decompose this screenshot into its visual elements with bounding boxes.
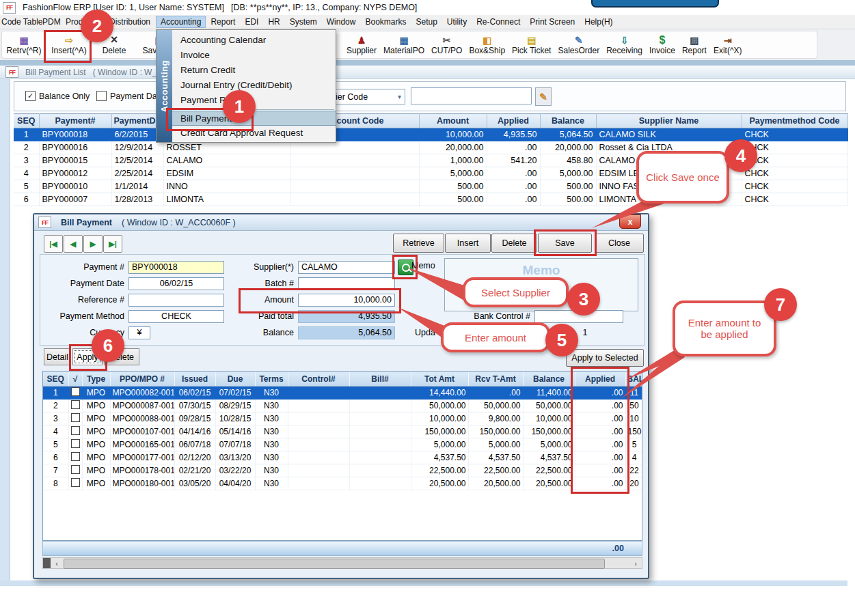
toolbar-button-retrieve[interactable]: Retrv(^R): [5, 32, 43, 58]
toolbar-button-receiving[interactable]: Receiving: [606, 32, 642, 58]
header-balance[interactable]: Balance: [540, 114, 596, 128]
menubar-item-accounting[interactable]: Accounting: [156, 16, 206, 28]
grid-row[interactable]: 6MPOMPO000177-00102/12/2003/13/20N304,53…: [43, 451, 642, 464]
header-applied[interactable]: Applied: [487, 114, 540, 128]
delete-button[interactable]: Delete: [491, 234, 537, 253]
search-button[interactable]: [535, 87, 552, 106]
nav-next-button[interactable]: ▶: [83, 235, 103, 253]
gheader-type[interactable]: Type: [82, 372, 110, 387]
menubar-item-report[interactable]: Report: [206, 16, 240, 28]
gapplied-cell[interactable]: .00: [575, 425, 625, 438]
batch-field[interactable]: [298, 277, 395, 290]
gapplied-cell[interactable]: .00: [575, 387, 625, 400]
row-checkbox[interactable]: [68, 425, 82, 438]
grid-row[interactable]: 7MPOMPO000178-00102/21/2003/22/20N3022,5…: [43, 464, 642, 477]
nav-prev-button[interactable]: ◀: [64, 235, 83, 253]
row-checkbox[interactable]: [68, 438, 82, 451]
payment-date-checkbox[interactable]: Payment Date: [96, 91, 164, 101]
header-supplier-name[interactable]: Supplier Name: [596, 114, 742, 128]
menu-item-accounting-calendar[interactable]: Accounting Calendar: [172, 33, 336, 48]
gheader-issued[interactable]: Issued: [174, 372, 215, 387]
toolbar-button-boxship[interactable]: Box&Ship: [469, 32, 505, 58]
table-row[interactable]: 1BPY0000186/2/201510,000.004,935.505,064…: [14, 128, 847, 141]
menubar-item-reconnect[interactable]: Re-Connect: [472, 16, 525, 28]
currency-field[interactable]: ¥: [128, 326, 150, 339]
scroll-right-icon[interactable]: ›: [630, 558, 641, 568]
toolbar-button-salesorder[interactable]: SalesOrder: [558, 32, 599, 58]
scrollbar-thumb[interactable]: [64, 559, 605, 569]
amount-field[interactable]: 10,000.00: [298, 294, 395, 307]
grid-row[interactable]: 4MPOMPO000107-00104/14/1605/14/16N30150,…: [43, 425, 642, 438]
tab-detail[interactable]: Detail: [44, 348, 71, 365]
header-seq[interactable]: SEQ: [14, 114, 39, 128]
nav-first-button[interactable]: |◀: [44, 235, 63, 253]
header-payment-no[interactable]: Payment#: [39, 114, 111, 128]
grid-row[interactable]: 3MPOMPO000088-00109/28/1510/28/15N3010,0…: [43, 412, 642, 425]
gapplied-cell[interactable]: .00: [575, 438, 625, 451]
checkbox-unchecked-icon[interactable]: [96, 91, 107, 101]
menu-item-return-credit[interactable]: Return Credit: [172, 63, 336, 78]
toolbar-button-report[interactable]: Report: [682, 32, 707, 58]
payment-no-field[interactable]: BPY000018: [128, 261, 224, 274]
dialog-close-button[interactable]: x: [619, 214, 641, 229]
balance-only-checkbox[interactable]: ✓ Balance Only: [25, 91, 90, 101]
close-button[interactable]: Close: [595, 234, 644, 253]
menubar-item-pdm[interactable]: PDM: [42, 16, 66, 28]
gapplied-cell[interactable]: .00: [575, 477, 625, 490]
payment-method-field[interactable]: CHECK: [128, 310, 224, 323]
menu-item-invoice[interactable]: Invoice: [172, 48, 336, 63]
toolbar-button-materialpo[interactable]: MaterialPO: [383, 32, 424, 58]
dialog-title-bar[interactable]: FF Bill Payment ( Window ID : W_ACC0060F…: [34, 214, 648, 231]
mdi-tab-title[interactable]: Bill Payment List: [25, 68, 86, 77]
menubar-item-edi[interactable]: EDI: [240, 16, 263, 28]
gheader-rcv-t-amt[interactable]: Rcv T-Amt: [468, 372, 523, 387]
toolbar-button-insert[interactable]: Insert(^A): [50, 32, 88, 58]
toolbar-button-cutpo[interactable]: CUT/PO: [431, 32, 462, 58]
row-checkbox[interactable]: [68, 451, 82, 464]
gheader-tot-amt[interactable]: Tot Amt: [411, 372, 468, 387]
nav-last-button[interactable]: ▶|: [103, 235, 122, 253]
menubar-item-system[interactable]: System: [285, 16, 322, 28]
menubar-item-help[interactable]: Help(H): [580, 16, 617, 28]
menubar-item-code-table[interactable]: Code Table: [1, 16, 42, 28]
menubar-item-utility[interactable]: Utility: [442, 16, 472, 28]
header-paymentmethod[interactable]: Paymentmethod Code: [742, 114, 847, 128]
grid-row[interactable]: 8MPOMPO000180-00103/05/2004/04/20N3020,5…: [43, 477, 642, 490]
partial-blue-button[interactable]: [591, 0, 719, 8]
row-checkbox[interactable]: [68, 400, 82, 412]
toolbar-button-invoice[interactable]: Invoice: [649, 32, 675, 58]
row-checkbox[interactable]: [68, 412, 82, 425]
toolbar-button-exit[interactable]: Exit(^X): [714, 32, 742, 58]
gheader-check[interactable]: √: [68, 372, 82, 387]
grid-row[interactable]: 5MPOMPO000165-00106/07/1807/07/18N305,00…: [43, 438, 642, 451]
menu-item-journal-entry[interactable]: Journal Entry (Credit/Debit): [172, 78, 336, 93]
gheader-terms[interactable]: Terms: [255, 372, 288, 387]
menubar-item-distribution[interactable]: Distribution: [109, 16, 156, 28]
search-input[interactable]: [411, 87, 532, 104]
payment-date-field[interactable]: 06/02/15: [128, 277, 224, 290]
gapplied-cell[interactable]: .00: [575, 412, 625, 425]
menubar-item-window[interactable]: Window: [322, 16, 361, 28]
gheader-bill[interactable]: Bill#: [349, 372, 411, 387]
insert-button[interactable]: Insert: [445, 234, 491, 253]
gheader-seq[interactable]: SEQ: [43, 372, 68, 387]
menubar-item-print-screen[interactable]: Print Screen: [525, 16, 580, 28]
row-checkbox[interactable]: [68, 477, 82, 490]
save-button[interactable]: Save: [538, 234, 592, 253]
row-checkbox[interactable]: [68, 464, 82, 477]
header-amount[interactable]: Amount: [419, 114, 487, 128]
menu-item-credit-card-approval[interactable]: Credit Card Approval Request: [172, 126, 336, 141]
scroll-left-icon[interactable]: ‹: [51, 558, 62, 568]
supplier-field[interactable]: CALAMO: [298, 261, 395, 274]
grid-row[interactable]: 1MPOMPO000082-00106/02/1507/02/15N3014,4…: [43, 387, 642, 400]
gheader-balance[interactable]: Balance: [523, 372, 575, 387]
toolbar-button-pick-ticket[interactable]: Pick Ticket: [512, 32, 551, 58]
menubar-item-bookmarks[interactable]: Bookmarks: [360, 16, 411, 28]
row-checkbox[interactable]: [68, 387, 82, 400]
scrollbar-gripper[interactable]: [43, 558, 51, 568]
gheader-control[interactable]: Control#: [288, 372, 349, 387]
gapplied-cell[interactable]: .00: [575, 400, 625, 412]
apply-to-selected-button[interactable]: Apply to Selected: [566, 349, 644, 367]
grid-row[interactable]: 2MPOMPO000087-00107/30/1508/29/15N3050,0…: [43, 400, 642, 412]
gheader-due[interactable]: Due: [215, 372, 255, 387]
